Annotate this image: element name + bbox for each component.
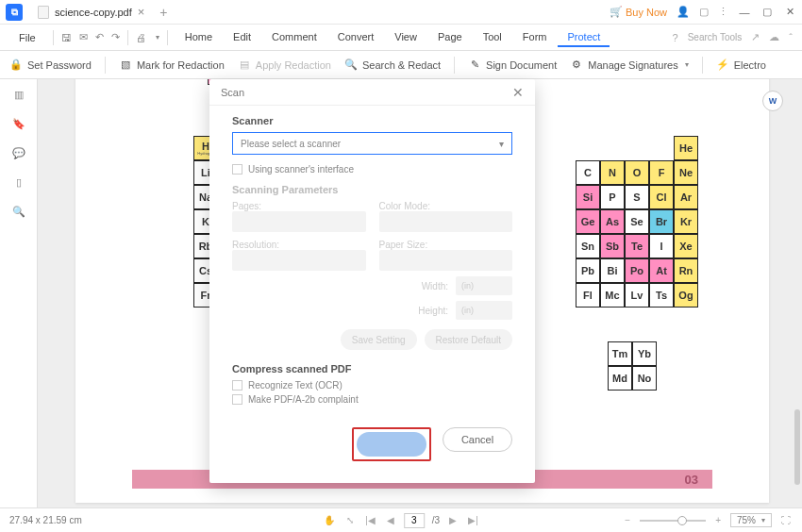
sign-icon: ✎ (468, 58, 481, 72)
element-Lv: Lv (625, 283, 649, 308)
print-icon[interactable]: 🖨 (136, 32, 146, 43)
scanner-select[interactable]: Please select a scanner ▾ (232, 132, 512, 155)
chevron-up-icon[interactable]: ˆ (789, 32, 793, 43)
comment-icon[interactable]: 💬 (12, 147, 25, 159)
restore-default-button: Restore Default (425, 329, 512, 350)
pdfa-checkbox[interactable]: Make PDF/A-2b complaint (232, 394, 512, 405)
tab-add-button[interactable]: + (159, 5, 167, 20)
mail-icon[interactable]: ✉ (79, 31, 88, 43)
menu-edit[interactable]: Edit (224, 28, 260, 47)
bookmark-icon[interactable]: 🔖 (12, 118, 25, 130)
element-C: C (576, 160, 600, 185)
titlebar: ⧉ science-copy.pdf × + 🛒 Buy Now 👤 ▢ ⋮ —… (0, 0, 802, 25)
menu-home[interactable]: Home (175, 28, 222, 47)
gear-icon: ⚙ (570, 58, 583, 72)
doc-icon (38, 6, 49, 19)
redo-icon[interactable]: ↷ (111, 31, 120, 43)
menu-convert[interactable]: Convert (328, 28, 384, 47)
chevron-down-icon: ▾ (499, 139, 504, 149)
close-button[interactable]: ✕ (783, 6, 796, 18)
statusbar: 27.94 x 21.59 cm ✋ ⤡ |◀ ◀ /3 ▶ ▶| − + 75… (0, 507, 802, 532)
menu-file[interactable]: File (9, 29, 45, 46)
scan-button-highlight (352, 427, 431, 461)
undo-icon[interactable]: ↶ (95, 31, 104, 43)
buy-now-link[interactable]: 🛒 Buy Now (610, 6, 667, 18)
ocr-checkbox[interactable]: Recognize Text (OCR) (232, 380, 512, 391)
element-Si: Si (576, 185, 600, 209)
kebab-icon[interactable]: ⋮ (718, 6, 728, 18)
manage-signatures-button[interactable]: ⚙Manage Signatures▾ (570, 58, 688, 72)
sign-document-button[interactable]: ✎Sign Document (468, 58, 557, 72)
apply-icon: ▤ (238, 58, 251, 72)
height-input: (in) (456, 301, 512, 320)
element-Yb: Yb (632, 341, 657, 366)
tab-close-icon[interactable]: × (138, 5, 145, 19)
apply-redaction-button: ▤Apply Redaction (238, 58, 331, 72)
scanning-params-label: Scanning Parameters (232, 184, 512, 195)
zoom-select[interactable]: 75%▾ (730, 513, 772, 527)
scan-button[interactable] (357, 432, 426, 457)
user-icon[interactable]: 👤 (677, 6, 690, 18)
zoom-out-button[interactable]: − (623, 515, 632, 525)
page-input[interactable] (404, 513, 425, 528)
dialog-close-icon[interactable]: ✕ (512, 85, 524, 100)
select-tool-icon[interactable]: ⤡ (344, 515, 356, 525)
notify-icon[interactable]: ▢ (699, 6, 709, 18)
menu-page[interactable]: Page (428, 28, 472, 47)
attach-icon[interactable]: ▯ (16, 176, 22, 189)
mark-redaction-button[interactable]: ▧Mark for Redaction (119, 58, 225, 72)
help-icon[interactable]: ? (673, 32, 678, 43)
bolt-icon: ⚡ (716, 58, 729, 72)
search-tools[interactable]: Search Tools (688, 32, 743, 42)
element-At: At (649, 258, 674, 283)
zoom-slider[interactable] (640, 520, 706, 522)
menu-view[interactable]: View (385, 28, 426, 47)
cancel-button[interactable]: Cancel (443, 427, 512, 452)
menu-protect[interactable]: Protect (558, 28, 610, 47)
scanner-label: Scanner (232, 115, 512, 126)
electro-button[interactable]: ⚡Electro (716, 58, 766, 72)
document-tab[interactable]: science-copy.pdf × (30, 2, 152, 22)
save-icon[interactable]: 🖫 (61, 32, 72, 43)
maximize-button[interactable]: ▢ (760, 6, 774, 18)
menu-form[interactable]: Form (513, 28, 557, 47)
use-interface-checkbox[interactable]: Using scanner's interface (232, 164, 512, 175)
menu-comment[interactable]: Comment (262, 28, 326, 47)
menu-tool[interactable]: Tool (474, 28, 511, 47)
search-redact-button[interactable]: 🔍Search & Redact (344, 58, 441, 72)
search-icon: 🔍 (344, 58, 358, 72)
page-total: /3 (432, 515, 440, 525)
element-Rn: Rn (674, 258, 698, 283)
compress-label: Compress scanned PDF (232, 363, 512, 374)
pages-select (232, 211, 366, 232)
page-number: 03 (685, 473, 698, 487)
element-Mc: Mc (600, 283, 625, 308)
scrollbar[interactable] (794, 409, 800, 485)
element-N: N (600, 160, 625, 185)
hand-tool-icon[interactable]: ✋ (322, 515, 337, 525)
scan-dialog: Scan ✕ Scanner Please select a scanner ▾… (209, 79, 535, 483)
element-Og: Og (674, 283, 698, 308)
set-password-button[interactable]: 🔒Set Password (9, 58, 92, 72)
share-icon[interactable]: ↗ (751, 31, 760, 43)
resolution-select (232, 250, 366, 271)
word-export-icon[interactable]: W (762, 91, 783, 111)
element-Bi: Bi (600, 258, 625, 283)
minimize-button[interactable]: — (738, 7, 751, 18)
element-Br: Br (649, 209, 674, 234)
zoom-in-button[interactable]: + (713, 515, 723, 525)
element-Ne: Ne (674, 160, 698, 185)
fit-page-icon[interactable]: ⛶ (779, 515, 793, 525)
first-page-button[interactable]: |◀ (363, 515, 377, 525)
cloud-icon[interactable]: ☁ (769, 31, 779, 43)
redact-icon: ▧ (119, 58, 132, 72)
element-As: As (600, 209, 625, 234)
search-side-icon[interactable]: 🔍 (12, 206, 25, 218)
element-Fl: Fl (576, 283, 600, 308)
thumbnails-icon[interactable]: ▥ (14, 89, 24, 101)
app-logo: ⧉ (6, 4, 23, 21)
last-page-button[interactable]: ▶| (466, 515, 480, 525)
prev-page-button[interactable]: ◀ (385, 515, 396, 525)
element-Kr: Kr (674, 209, 698, 234)
next-page-button[interactable]: ▶ (447, 515, 459, 525)
